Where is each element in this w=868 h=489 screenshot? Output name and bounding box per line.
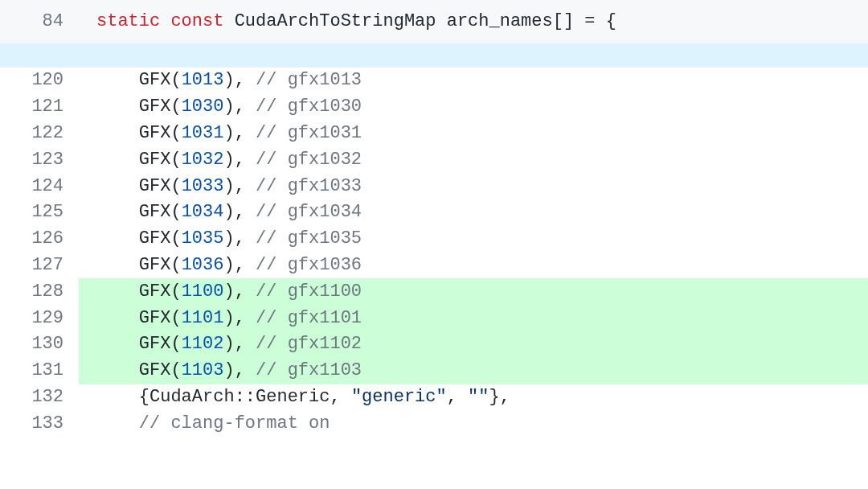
keyword-static: static — [96, 13, 160, 31]
line-number: 125 — [0, 199, 79, 226]
code-row-added: 128 GFX(1100), // gfx1100 — [0, 278, 868, 305]
number-literal: 1103 — [182, 362, 224, 380]
number-literal: 1013 — [182, 72, 224, 89]
paren-close: ) — [223, 310, 234, 327]
number-literal: 1033 — [182, 178, 224, 195]
trailing-comma: , — [235, 257, 245, 274]
trailing-comma: , — [235, 151, 245, 169]
code-row: 127 GFX(1036), // gfx1036 — [0, 253, 868, 279]
trailing-comma: , — [235, 335, 245, 353]
code-row-header: 84 static const CudaArchToStringMap arch… — [0, 0, 868, 43]
comment: // gfx1101 — [256, 310, 362, 327]
paren-close: ) — [223, 230, 234, 248]
hunk-collapsed[interactable] — [0, 43, 868, 68]
code-content: GFX(1103), // gfx1103 — [79, 358, 868, 384]
paren-close: ) — [223, 203, 234, 221]
scope-op: :: — [235, 388, 256, 406]
code-content: static const CudaArchToStringMap arch_na… — [79, 0, 868, 43]
code-row: 125 GFX(1034), // gfx1034 — [0, 199, 868, 226]
macro-call: GFX — [139, 310, 171, 327]
number-literal: 1101 — [182, 310, 224, 327]
macro-call: GFX — [139, 178, 171, 195]
paren-open: ( — [170, 98, 181, 116]
paren-open: ( — [170, 125, 181, 142]
paren-open: ( — [170, 72, 181, 89]
number-literal: 1030 — [182, 98, 224, 116]
keyword-const: const — [170, 13, 223, 31]
code-row: 124 GFX(1033), // gfx1033 — [0, 173, 868, 199]
line-number: 84 — [0, 0, 79, 43]
line-number: 131 — [0, 358, 79, 384]
number-literal: 1031 — [182, 125, 224, 142]
type-name: CudaArchToStringMap — [235, 13, 436, 31]
comment: // gfx1035 — [256, 230, 362, 248]
trailing-comma: , — [235, 72, 245, 89]
code-content: GFX(1034), // gfx1034 — [79, 199, 868, 226]
code-row: 126 GFX(1035), // gfx1035 — [0, 226, 868, 253]
paren-close: ) — [223, 335, 234, 353]
paren-close: ) — [223, 257, 234, 274]
comment: // clang-format on — [139, 415, 330, 433]
code-content: GFX(1035), // gfx1035 — [79, 226, 868, 253]
var-name: arch_names — [447, 13, 553, 31]
paren-close: ) — [223, 98, 234, 116]
code-content: GFX(1032), // gfx1032 — [79, 146, 868, 173]
hunk-content — [79, 43, 868, 68]
brace-close: }, — [489, 388, 510, 406]
number-literal: 1032 — [182, 151, 224, 169]
code-content: GFX(1033), // gfx1033 — [79, 173, 868, 199]
paren-open: ( — [170, 178, 181, 195]
comment: // gfx1036 — [256, 257, 362, 274]
brackets: [] — [553, 13, 574, 31]
paren-open: ( — [170, 335, 181, 353]
paren-open: ( — [170, 257, 181, 274]
code-row-added: 131 GFX(1103), // gfx1103 — [0, 358, 868, 384]
paren-close: ) — [223, 151, 234, 169]
comment: // gfx1031 — [256, 125, 362, 142]
number-literal: 1102 — [182, 335, 224, 353]
comment: // gfx1032 — [256, 151, 362, 169]
line-number: 126 — [0, 226, 79, 253]
code-row-added: 130 GFX(1102), // gfx1102 — [0, 331, 868, 358]
paren-open: ( — [170, 310, 181, 327]
code-body: 120 GFX(1013), // gfx1013121 GFX(1030), … — [0, 68, 868, 384]
macro-call: GFX — [139, 257, 171, 274]
macro-call: GFX — [139, 335, 171, 353]
macro-call: GFX — [139, 125, 171, 142]
macro-call: GFX — [139, 362, 171, 380]
paren-close: ) — [223, 283, 234, 301]
line-number: 124 — [0, 173, 79, 199]
line-number: 121 — [0, 94, 79, 121]
macro-call: GFX — [139, 283, 171, 301]
comment: // gfx1100 — [256, 283, 362, 301]
trailing-comma: , — [235, 230, 245, 248]
number-literal: 1100 — [182, 283, 224, 301]
macro-call: GFX — [139, 151, 171, 169]
code-row: 122 GFX(1031), // gfx1031 — [0, 121, 868, 147]
code-row: 132 {CudaArch::Generic, "generic", ""}, — [0, 384, 868, 411]
code-content: GFX(1036), // gfx1036 — [79, 253, 868, 279]
trailing-comma: , — [235, 362, 245, 380]
comment: // gfx1102 — [256, 335, 362, 353]
code-content: GFX(1031), // gfx1031 — [79, 121, 868, 147]
code-content: {CudaArch::Generic, "generic", ""}, — [79, 384, 868, 411]
paren-open: ( — [170, 151, 181, 169]
comment: // gfx1030 — [256, 98, 362, 116]
number-literal: 1034 — [182, 203, 224, 221]
macro-call: GFX — [139, 203, 171, 221]
macro-call: GFX — [139, 230, 171, 248]
code-content: GFX(1100), // gfx1100 — [79, 278, 868, 305]
code-row: 121 GFX(1030), // gfx1030 — [0, 94, 868, 121]
string-literal: "generic" — [351, 388, 447, 406]
comment: // gfx1033 — [256, 178, 362, 195]
assign-open: = { — [574, 13, 616, 31]
trailing-comma: , — [235, 125, 245, 142]
macro-call: GFX — [139, 72, 171, 89]
namespace: CudaArch — [149, 388, 235, 406]
paren-close: ) — [223, 72, 234, 89]
line-number: 128 — [0, 278, 79, 305]
code-row: 123 GFX(1032), // gfx1032 — [0, 146, 868, 173]
code-content: GFX(1030), // gfx1030 — [79, 94, 868, 121]
code-row: 120 GFX(1013), // gfx1013 — [0, 68, 868, 94]
trailing-comma: , — [235, 203, 245, 221]
